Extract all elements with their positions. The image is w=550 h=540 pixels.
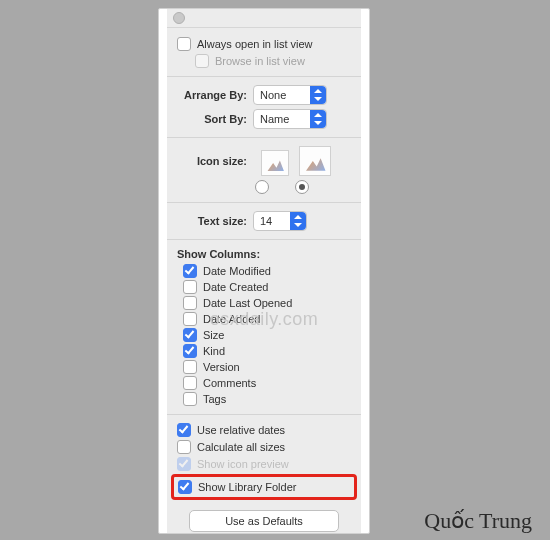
- icon-size-large-thumb: [299, 146, 331, 176]
- column-row[interactable]: Version: [183, 360, 351, 374]
- show-library-row[interactable]: Show Library Folder: [178, 480, 350, 494]
- sort-by-value: Name: [260, 113, 289, 125]
- arrange-by-select[interactable]: None: [253, 85, 327, 105]
- divider: [167, 202, 361, 203]
- sort-by-row: Sort By: Name: [177, 109, 351, 129]
- titlebar: [167, 9, 361, 28]
- relative-dates-row[interactable]: Use relative dates: [177, 423, 351, 437]
- arrange-by-label: Arrange By:: [177, 89, 253, 101]
- icon-preview-label: Show icon preview: [197, 458, 289, 470]
- divider: [167, 76, 361, 77]
- text-size-value: 14: [260, 215, 272, 227]
- columns-list: Date ModifiedDate CreatedDate Last Opene…: [177, 264, 351, 406]
- use-as-defaults-button[interactable]: Use as Defaults: [189, 510, 339, 532]
- icon-size-row: Icon size:: [177, 146, 351, 176]
- column-label: Tags: [203, 393, 226, 405]
- column-label: Date Last Opened: [203, 297, 292, 309]
- column-label: Date Modified: [203, 265, 271, 277]
- icon-size-small-radio[interactable]: [255, 180, 269, 194]
- column-checkbox[interactable]: [183, 296, 197, 310]
- signature-text: Quốc Trung: [424, 508, 532, 534]
- column-row[interactable]: Date Added: [183, 312, 351, 326]
- show-columns-title: Show Columns:: [177, 248, 351, 260]
- column-row[interactable]: Size: [183, 328, 351, 342]
- column-label: Size: [203, 329, 224, 341]
- sort-by-select[interactable]: Name: [253, 109, 327, 129]
- column-label: Kind: [203, 345, 225, 357]
- show-library-highlight: Show Library Folder: [171, 474, 357, 500]
- column-row[interactable]: Date Modified: [183, 264, 351, 278]
- icon-size-label: Icon size:: [177, 155, 253, 167]
- show-library-checkbox[interactable]: [178, 480, 192, 494]
- column-label: Comments: [203, 377, 256, 389]
- icon-size-large-radio[interactable]: [295, 180, 309, 194]
- browse-label: Browse in list view: [215, 55, 305, 67]
- icon-preview-checkbox[interactable]: [177, 457, 191, 471]
- calc-sizes-checkbox[interactable]: [177, 440, 191, 454]
- column-checkbox[interactable]: [183, 264, 197, 278]
- column-label: Date Added: [203, 313, 261, 325]
- stepper-arrows-icon: [290, 212, 306, 230]
- icon-size-small-thumb: [261, 150, 289, 176]
- icon-size-radio-group: [255, 180, 351, 194]
- column-checkbox[interactable]: [183, 280, 197, 294]
- stepper-arrows-icon: [310, 110, 326, 128]
- column-label: Version: [203, 361, 240, 373]
- always-open-checkbox[interactable]: [177, 37, 191, 51]
- relative-dates-checkbox[interactable]: [177, 423, 191, 437]
- show-library-label: Show Library Folder: [198, 481, 296, 493]
- always-open-label: Always open in list view: [197, 38, 313, 50]
- stepper-arrows-icon: [310, 86, 326, 104]
- calc-sizes-row[interactable]: Calculate all sizes: [177, 440, 351, 454]
- column-checkbox[interactable]: [183, 328, 197, 342]
- column-row[interactable]: Kind: [183, 344, 351, 358]
- column-row[interactable]: Date Last Opened: [183, 296, 351, 310]
- sort-by-label: Sort By:: [177, 113, 253, 125]
- column-row[interactable]: Date Created: [183, 280, 351, 294]
- column-row[interactable]: Comments: [183, 376, 351, 390]
- column-checkbox[interactable]: [183, 376, 197, 390]
- column-checkbox[interactable]: [183, 312, 197, 326]
- browse-row: Browse in list view: [195, 54, 351, 68]
- column-label: Date Created: [203, 281, 268, 293]
- arrange-by-row: Arrange By: None: [177, 85, 351, 105]
- always-open-row[interactable]: Always open in list view: [177, 37, 351, 51]
- view-options-panel: Always open in list view Browse in list …: [167, 9, 361, 533]
- divider: [167, 414, 361, 415]
- calc-sizes-label: Calculate all sizes: [197, 441, 285, 453]
- relative-dates-label: Use relative dates: [197, 424, 285, 436]
- text-size-label: Text size:: [177, 215, 253, 227]
- close-icon[interactable]: [173, 12, 185, 24]
- text-size-select[interactable]: 14: [253, 211, 307, 231]
- column-checkbox[interactable]: [183, 392, 197, 406]
- column-row[interactable]: Tags: [183, 392, 351, 406]
- column-checkbox[interactable]: [183, 344, 197, 358]
- divider: [167, 137, 361, 138]
- arrange-by-value: None: [260, 89, 286, 101]
- browse-checkbox: [195, 54, 209, 68]
- divider: [167, 239, 361, 240]
- column-checkbox[interactable]: [183, 360, 197, 374]
- icon-preview-row[interactable]: Show icon preview: [177, 457, 351, 471]
- window-frame: Always open in list view Browse in list …: [158, 8, 370, 534]
- text-size-row: Text size: 14: [177, 211, 351, 231]
